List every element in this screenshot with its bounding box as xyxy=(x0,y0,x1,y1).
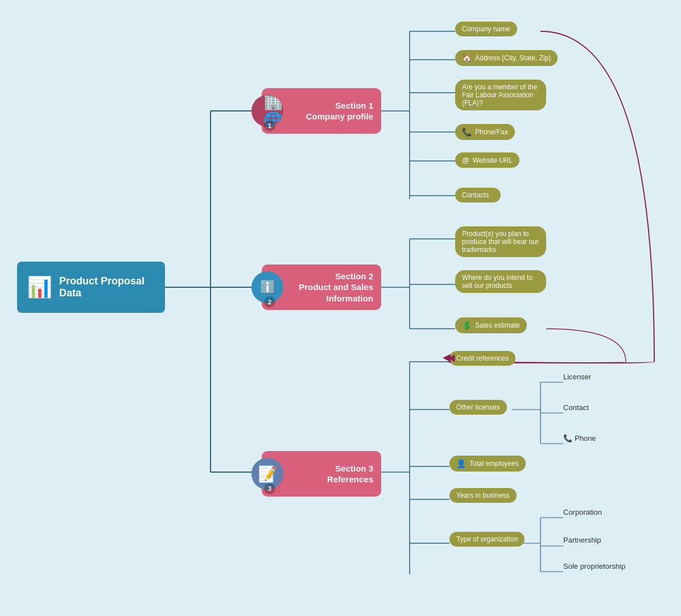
canvas: 📊 Product Proposal Data 🏢🌐 Section 1 Com… xyxy=(0,0,681,616)
section-2-node: ℹ️ Section 2 Product and Sales Informati… xyxy=(262,264,381,310)
section-3-node: 📝 Section 3 References 3 xyxy=(262,451,381,497)
sub-contact: Contact xyxy=(563,403,589,412)
sub-licenser: Licenser xyxy=(563,373,591,381)
sub-partnership: Partnership xyxy=(563,536,601,544)
section-2-num: 2 xyxy=(264,296,275,308)
section-1-label: Section 1 Company profile xyxy=(306,100,373,122)
sub-corporation: Corporation xyxy=(563,508,602,516)
leaf-address: 🏠 Address (City, State, Zip) xyxy=(455,50,558,66)
leaf-years-business: Years in business xyxy=(449,488,517,503)
section-1-node: 🏢🌐 Section 1 Company profile 1 xyxy=(262,88,381,134)
leaf-company-name: Company name xyxy=(455,22,517,36)
leaf-website: @ Website URL xyxy=(455,152,519,168)
leaf-sell-products: Where do you intend to sell our products xyxy=(455,270,546,293)
leaf-phone: 📞 Phone/Fax xyxy=(455,124,515,140)
section-3-num: 3 xyxy=(264,483,275,494)
arrow-to-credit: ◀ xyxy=(448,352,455,363)
root-node: 📊 Product Proposal Data xyxy=(17,262,165,313)
leaf-fla: Are you a member of the Fair Labour Asso… xyxy=(455,80,546,110)
leaf-type-organization: Type of organization xyxy=(449,532,525,547)
leaf-sales-estimate: 💲 Sales estimate xyxy=(455,317,527,333)
sub-phone: 📞Phone xyxy=(563,434,596,443)
root-icon: 📊 xyxy=(25,275,53,299)
root-label: Product Proposal Data xyxy=(59,275,157,299)
leaf-total-employees: 👤 Total employees xyxy=(449,456,526,472)
leaf-contacts: Contacts xyxy=(455,188,501,202)
sub-sole-proprietorship: Sole proprietorship xyxy=(563,562,625,570)
leaf-other-licenses: Other licenses xyxy=(449,400,507,415)
leaf-products-trademarks: Product(s) you plan to produce that will… xyxy=(455,226,546,257)
section-3-label: Section 3 References xyxy=(327,463,373,485)
section-1-num: 1 xyxy=(264,120,275,131)
section-2-label: Section 2 Product and Sales Information xyxy=(299,271,373,304)
leaf-credit-references: Credit references xyxy=(449,351,515,366)
